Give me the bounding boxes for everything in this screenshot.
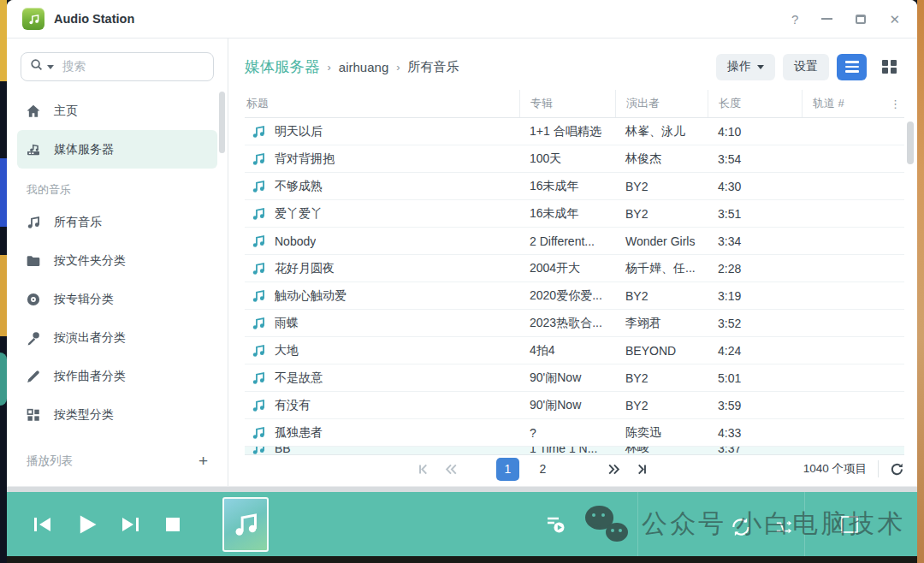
song-album: 1 Time 1 N... — [519, 447, 615, 454]
action-button[interactable]: 操作 — [716, 54, 775, 80]
song-length: 5:01 — [708, 371, 802, 385]
song-title: 背对背拥抱 — [275, 151, 335, 167]
sidebar-item-icon — [26, 215, 41, 230]
audio-station-window: Audio Station ? ✕ 搜索 — [7, 0, 917, 556]
song-title: 不是故意 — [275, 370, 323, 386]
shuffle-icon[interactable] — [775, 518, 794, 540]
prev-page-icon[interactable] — [443, 461, 459, 477]
help-icon[interactable]: ? — [791, 13, 798, 26]
column-header-title[interactable]: 标题 — [245, 96, 519, 111]
play-button[interactable] — [75, 513, 99, 536]
song-length: 3:52 — [708, 317, 802, 330]
song-length: 3:19 — [708, 289, 802, 303]
first-page-icon[interactable] — [416, 461, 431, 477]
sidebar-item-label: 媒体服务器 — [54, 142, 114, 157]
album-art[interactable] — [222, 497, 269, 552]
table-row[interactable]: 雨蝶 2023热歌合... 李翊君 3:52 — [245, 310, 904, 337]
add-playlist-button[interactable]: + — [198, 453, 208, 469]
grid-view-button[interactable] — [874, 54, 904, 80]
previous-button[interactable] — [33, 515, 53, 534]
sidebar-library-item[interactable]: 按演出者分类 — [17, 318, 217, 357]
table-row[interactable]: 爱丫爱丫 16未成年 BY2 3:51 — [245, 200, 904, 228]
breadcrumb-part[interactable]: airhuang — [339, 60, 388, 74]
sidebar-scrollbar[interactable] — [219, 92, 225, 153]
song-table: 标题 专辑 演出者 长度 轨道 # ⋮ — [245, 90, 904, 454]
search-dropdown-caret[interactable] — [47, 65, 54, 69]
sidebar-item-label: 主页 — [54, 104, 78, 119]
desktop-edge-left — [0, 0, 7, 563]
column-header-artist[interactable]: 演出者 — [615, 90, 708, 117]
breadcrumb-part: 所有音乐 — [408, 59, 459, 75]
desktop-edge-right — [917, 0, 924, 563]
table-row[interactable]: 孤独患者 ? 陈奕迅 4:33 — [245, 419, 904, 447]
sidebar-item-label: 按专辑分类 — [54, 292, 114, 307]
next-page-icon[interactable] — [606, 461, 621, 477]
last-page-icon[interactable] — [633, 461, 649, 477]
song-note-icon — [251, 425, 266, 441]
grid-view-icon — [882, 60, 897, 74]
sidebar-library-item[interactable]: 按专辑分类 — [17, 280, 217, 318]
song-length: 2:28 — [708, 262, 802, 276]
next-button[interactable] — [120, 515, 140, 534]
song-artist: BY2 — [615, 180, 708, 193]
column-header-track[interactable]: 轨道 # — [802, 90, 887, 117]
song-title: 大地 — [275, 343, 299, 359]
song-artist: BY2 — [615, 289, 708, 303]
song-length: 3:34 — [708, 234, 802, 248]
search-icon — [30, 58, 44, 75]
column-header-length[interactable]: 长度 — [708, 90, 802, 117]
song-artist: BY2 — [615, 399, 708, 412]
breadcrumb-root[interactable]: 媒体服务器 — [245, 56, 320, 77]
table-row[interactable]: 有没有 90'闹Now BY2 3:59 — [245, 392, 904, 419]
table-row[interactable]: Nobody 2 Different... Wonder Girls 3:34 — [245, 228, 904, 255]
sidebar-item-icon — [26, 369, 41, 384]
page-button[interactable]: 2 — [531, 458, 554, 481]
pagination: 1 2 — [416, 458, 649, 481]
close-icon[interactable]: ✕ — [889, 13, 900, 26]
partial-table-row[interactable]: BB 1 Time 1 N... 林峻 3:37 — [245, 447, 904, 454]
table-scrollbar[interactable] — [907, 121, 914, 164]
settings-button[interactable]: 设置 — [783, 54, 829, 80]
sidebar-nav-item[interactable]: 主页 — [17, 92, 217, 130]
page-button[interactable]: 1 — [496, 458, 519, 481]
song-album: 100天 — [519, 151, 615, 167]
column-header-album[interactable]: 专辑 — [519, 90, 615, 117]
table-row[interactable]: 大地 4拍4 BEYOND 4:24 — [245, 337, 904, 364]
stop-button[interactable] — [164, 516, 181, 533]
table-header: 标题 专辑 演出者 长度 轨道 # ⋮ — [245, 90, 904, 118]
song-artist: BY2 — [615, 371, 708, 385]
song-length: 3:37 — [708, 447, 802, 454]
table-row[interactable]: 不是故意 90'闹Now BY2 5:01 — [245, 364, 904, 392]
wechat-icon — [585, 506, 630, 543]
sidebar-item-icon — [26, 142, 41, 157]
playlist-section-label: 播放列表 — [27, 453, 73, 469]
sidebar-item-label: 按文件夹分类 — [54, 253, 126, 269]
breadcrumb-separator: › — [396, 61, 400, 74]
player-divider — [7, 486, 917, 492]
song-album: 16未成年 — [519, 206, 615, 222]
repeat-icon[interactable] — [730, 516, 752, 542]
sidebar-library-item[interactable]: 所有音乐 — [17, 203, 217, 241]
list-view-icon — [845, 61, 859, 73]
titlebar: Audio Station ? ✕ — [7, 0, 917, 39]
info-panel-icon[interactable] — [841, 516, 858, 533]
play-queue-icon[interactable] — [546, 514, 566, 538]
song-note-icon — [251, 288, 266, 304]
list-view-button[interactable] — [837, 54, 867, 80]
table-row[interactable]: 明天以后 1+1 合唱精选 林峯、泳儿 4:10 — [245, 118, 904, 145]
maximize-icon[interactable] — [856, 15, 866, 24]
refresh-icon[interactable] — [890, 462, 904, 477]
table-row[interactable]: 花好月圆夜 2004开大 杨千嬅、任... 2:28 — [245, 255, 904, 282]
table-row[interactable]: 触动心触动爱 2020爱你爱... BY2 3:19 — [245, 282, 904, 310]
song-title: Nobody — [275, 234, 316, 248]
sidebar-library-item[interactable]: 按文件夹分类 — [17, 241, 217, 280]
table-row[interactable]: 不够成熟 16未成年 BY2 4:30 — [245, 173, 904, 200]
column-menu-icon[interactable]: ⋮ — [887, 98, 904, 110]
search-input[interactable]: 搜索 — [21, 52, 214, 81]
sidebar-item-label: 按演出者分类 — [54, 330, 126, 346]
table-row[interactable]: 背对背拥抱 100天 林俊杰 3:54 — [245, 145, 904, 173]
sidebar-nav-item[interactable]: 媒体服务器 — [17, 130, 217, 169]
sidebar-library-item[interactable]: 按作曲者分类 — [17, 357, 217, 395]
minimize-icon[interactable] — [821, 18, 832, 20]
sidebar-library-item[interactable]: 按类型分类 — [17, 395, 217, 434]
